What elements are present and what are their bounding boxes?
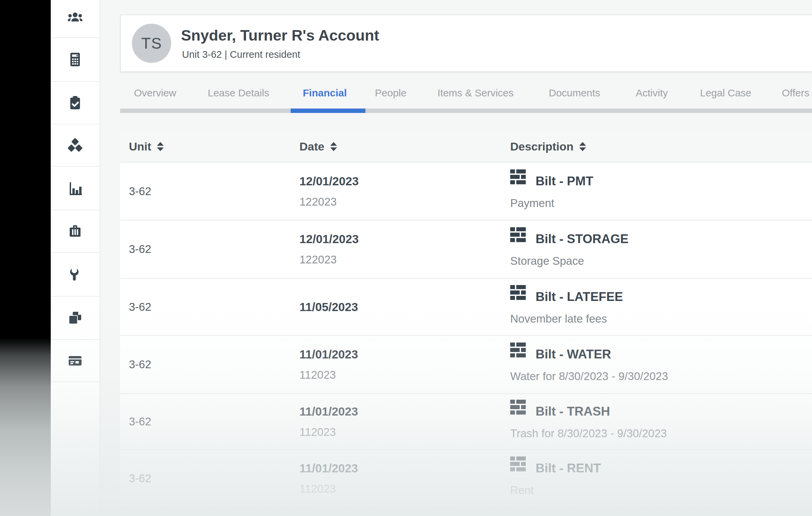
description-cell: Bilt - WATER Water for 8/30/2023 - 9/30/… xyxy=(510,336,668,393)
left-void-backdrop xyxy=(0,0,51,516)
table-row[interactable]: 3-62 11/01/2023 112023 Bilt - RENT Rent xyxy=(120,450,812,508)
column-header-date[interactable]: Date xyxy=(299,130,337,163)
sort-icon xyxy=(157,142,164,151)
charge-description: Payment xyxy=(510,193,593,213)
description-cell: Bilt - PMT Payment xyxy=(510,163,593,220)
charge-code: Bilt - WATER xyxy=(536,344,611,365)
credit-card-icon xyxy=(67,353,83,369)
date-value: 12/01/2023 xyxy=(299,229,359,249)
tab-financial[interactable]: Financial xyxy=(303,87,347,99)
table-row[interactable]: 3-62 11/01/2023 112023 Bilt - WATER Wate… xyxy=(120,336,812,394)
table-row[interactable]: 3-62 11/05/2023 Bilt - LATEFEE November … xyxy=(120,279,812,336)
charge-description: Rent xyxy=(510,480,601,500)
date-value: 11/01/2023 xyxy=(299,458,358,478)
sidebar-item-reports[interactable] xyxy=(51,167,99,210)
charge-code: Bilt - TRASH xyxy=(536,401,610,422)
bar-chart-icon xyxy=(67,180,83,196)
unit-cell: 3-62 xyxy=(129,336,151,393)
sidebar-item-business[interactable] xyxy=(51,210,99,253)
brick-icon xyxy=(510,169,526,193)
charge-code: Bilt - LATEFEE xyxy=(536,286,623,307)
sort-icon xyxy=(330,142,337,151)
wrench-icon xyxy=(68,266,83,283)
icon-sidebar xyxy=(51,0,100,516)
brick-icon xyxy=(510,343,526,366)
tab-people[interactable]: People xyxy=(375,87,406,99)
column-header-unit[interactable]: Unit xyxy=(129,130,164,163)
sidebar-item-maintenance[interactable] xyxy=(51,253,99,297)
sidebar-item-inventory[interactable] xyxy=(51,124,99,167)
description-cell: Bilt - RENT Rent xyxy=(510,450,601,507)
charge-description: Water for 8/30/2023 - 9/30/2023 xyxy=(510,366,668,386)
unit-cell: 3-62 xyxy=(129,450,151,507)
table-row[interactable]: 3-62 12/01/2023 122023 Bilt - PMT Paymen… xyxy=(120,163,812,220)
description-cell: Bilt - TRASH Trash for 8/30/2023 - 9/30/… xyxy=(510,394,667,449)
sidebar-item-payments[interactable] xyxy=(51,340,99,382)
date-cell: 12/01/2023 122023 xyxy=(299,163,359,220)
sort-icon xyxy=(579,142,586,151)
date-period: 112023 xyxy=(299,478,358,499)
charge-description: Trash for 8/30/2023 - 9/30/2023 xyxy=(510,423,667,444)
brick-icon xyxy=(510,456,526,480)
tab-offers[interactable]: Offers xyxy=(782,87,809,99)
users-icon xyxy=(67,10,84,27)
unit-cell: 3-62 xyxy=(129,394,151,449)
date-cell: 11/01/2023 112023 xyxy=(299,394,358,449)
column-header-description[interactable]: Description xyxy=(510,130,586,163)
description-cell: Bilt - STORAGE Storage Space xyxy=(510,220,629,278)
sidebar-item-files[interactable] xyxy=(51,297,99,340)
files-icon xyxy=(67,310,83,326)
tab-legal-case[interactable]: Legal Case xyxy=(700,87,751,99)
clipboard-check-icon xyxy=(67,95,83,111)
table-row[interactable]: 3-62 12/01/2023 122023 Bilt - STORAGE St… xyxy=(120,220,812,279)
sidebar-item-residents[interactable] xyxy=(51,0,99,38)
tab-activity[interactable]: Activity xyxy=(636,87,668,99)
transactions-table: Unit Date Description 3-62 12/01/2023 12… xyxy=(120,130,812,508)
column-label: Description xyxy=(510,140,573,153)
unit-cell: 3-62 xyxy=(129,279,151,335)
charge-code: Bilt - STORAGE xyxy=(536,229,629,250)
charge-code: Bilt - PMT xyxy=(536,171,593,192)
cubes-icon xyxy=(67,137,84,154)
brick-icon xyxy=(510,227,526,251)
date-cell: 12/01/2023 122023 xyxy=(299,220,359,278)
brick-icon xyxy=(510,285,526,309)
description-cell: Bilt - LATEFEE November late fees xyxy=(510,279,623,335)
active-tab-indicator xyxy=(291,109,365,113)
unit-cell: 3-62 xyxy=(129,220,151,278)
brick-icon xyxy=(510,400,526,423)
sidebar-item-tasks[interactable] xyxy=(51,82,99,124)
charge-code: Bilt - RENT xyxy=(536,458,601,479)
avatar: TS xyxy=(132,24,171,63)
sidebar-item-accounting[interactable] xyxy=(51,38,99,82)
column-label: Unit xyxy=(129,140,151,153)
date-cell: 11/01/2023 112023 xyxy=(299,336,358,393)
account-subtitle: Unit 3-62 | Current resident xyxy=(182,49,300,60)
tab-documents[interactable]: Documents xyxy=(549,87,600,99)
calculator-icon xyxy=(67,51,83,68)
date-period: 112023 xyxy=(299,422,358,442)
date-value: 12/01/2023 xyxy=(299,171,359,191)
page-title: Snyder, Turner R's Account xyxy=(181,27,379,44)
account-financial-page: TS Snyder, Turner R's Account Unit 3-62 … xyxy=(0,0,812,516)
charge-description: November late fees xyxy=(510,309,623,329)
date-value: 11/01/2023 xyxy=(299,401,358,422)
tab-scroll-track[interactable] xyxy=(120,109,812,113)
account-header-card: TS Snyder, Turner R's Account Unit 3-62 … xyxy=(120,15,812,72)
tab-overview[interactable]: Overview xyxy=(134,87,176,99)
briefcase-icon xyxy=(67,223,83,239)
date-cell: 11/05/2023 xyxy=(299,279,358,335)
date-period: 122023 xyxy=(299,249,359,270)
date-period: 122023 xyxy=(299,191,359,212)
charge-description: Storage Space xyxy=(510,251,629,271)
date-value: 11/01/2023 xyxy=(299,344,358,365)
table-header-row: Unit Date Description xyxy=(120,130,812,163)
tab-lease-details[interactable]: Lease Details xyxy=(208,87,269,99)
date-value: 11/05/2023 xyxy=(299,297,358,317)
column-label: Date xyxy=(299,140,324,153)
date-cell: 11/01/2023 112023 xyxy=(299,450,358,507)
unit-cell: 3-62 xyxy=(129,163,151,220)
table-row[interactable]: 3-62 11/01/2023 112023 Bilt - TRASH Tras… xyxy=(120,394,812,450)
tab-items-services[interactable]: Items & Services xyxy=(437,87,514,99)
date-period: 112023 xyxy=(299,365,358,385)
